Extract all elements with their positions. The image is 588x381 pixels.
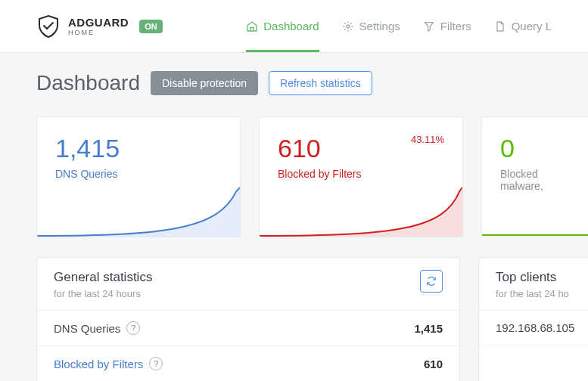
row-value: 1,415 (414, 322, 443, 335)
brand-sub: HOME (68, 29, 129, 36)
panel-title: General statistics (54, 270, 152, 285)
svg-point-0 (347, 25, 350, 28)
row-value: 610 (424, 358, 443, 370)
panel-head: General statistics for the last 24 hours (37, 258, 459, 311)
sparkline-icon (482, 184, 588, 237)
nav-dashboard[interactable]: Dashboard (246, 0, 319, 52)
status-badge: ON (139, 20, 163, 33)
stat-row-queries: DNS Queries ? 1,415 (37, 311, 459, 346)
help-icon[interactable]: ? (126, 321, 140, 335)
refresh-icon-button[interactable] (420, 270, 443, 293)
top-clients-panel: Top clients for the last 24 ho 192.168.6… (478, 257, 588, 381)
nav-query-log[interactable]: Query L (494, 0, 552, 52)
row-label: DNS Queries (54, 322, 120, 335)
refresh-statistics-button[interactable]: Refresh statistics (269, 71, 372, 95)
page-content: Dashboard Disable protection Refresh sta… (0, 53, 588, 381)
panels-row: General statistics for the last 24 hours… (36, 257, 552, 381)
gear-icon (342, 20, 354, 33)
stat-row-blocked: Blocked by Filters ? 610 (37, 346, 459, 381)
document-icon (494, 20, 506, 33)
disable-protection-button[interactable]: Disable protection (151, 71, 258, 95)
panel-head: Top clients for the last 24 ho (479, 258, 588, 311)
nav-filters[interactable]: Filters (423, 0, 471, 52)
shield-check-icon (36, 14, 61, 39)
client-ip: 192.168.68.105 (496, 321, 574, 334)
card-percent: 43.11% (411, 134, 444, 145)
brand-name: ADGUARD (68, 17, 129, 28)
sparkline-icon (260, 184, 462, 237)
card-value: 0 (500, 134, 583, 163)
card-dns-queries[interactable]: 1,415 DNS Queries (36, 116, 241, 237)
sparkline-icon (37, 184, 240, 237)
cards-row: 1,415 DNS Queries 43.11% 610 Blocked by … (36, 116, 552, 237)
panel-sub: for the last 24 ho (496, 288, 569, 299)
home-icon (246, 20, 258, 33)
nav-label: Filters (440, 20, 471, 33)
card-value: 1,415 (55, 134, 222, 163)
help-icon[interactable]: ? (149, 357, 163, 370)
panel-sub: for the last 24 hours (54, 288, 152, 299)
funnel-icon (423, 20, 435, 33)
general-statistics-panel: General statistics for the last 24 hours… (36, 257, 460, 381)
card-label: DNS Queries (55, 168, 222, 180)
panel-title: Top clients (496, 270, 569, 285)
nav: Dashboard Settings Filters Query L (246, 0, 552, 52)
nav-label: Settings (359, 20, 400, 33)
page-title: Dashboard (36, 71, 140, 95)
header: ADGUARD HOME ON Dashboard Settings Filte… (0, 0, 588, 53)
card-malware[interactable]: 0 Blocked malware, (481, 116, 588, 237)
nav-label: Dashboard (263, 20, 319, 33)
nav-settings[interactable]: Settings (342, 0, 400, 52)
card-label: Blocked by Filters (278, 168, 444, 180)
row-label[interactable]: Blocked by Filters (54, 358, 143, 370)
logo[interactable]: ADGUARD HOME ON (36, 14, 163, 39)
refresh-icon (426, 276, 437, 287)
card-blocked[interactable]: 43.11% 610 Blocked by Filters (259, 116, 463, 237)
nav-label: Query L (512, 20, 552, 33)
client-row[interactable]: 192.168.68.105 (479, 311, 588, 345)
title-row: Dashboard Disable protection Refresh sta… (36, 71, 552, 95)
